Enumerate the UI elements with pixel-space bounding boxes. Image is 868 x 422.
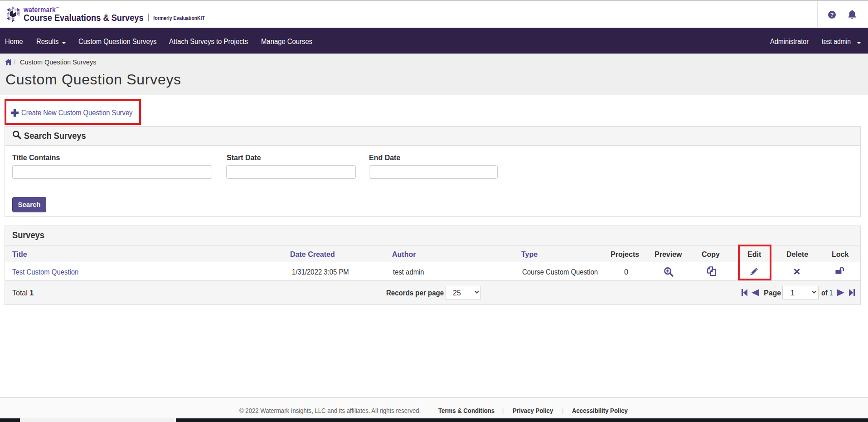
svg-text:?: ?	[830, 12, 834, 18]
